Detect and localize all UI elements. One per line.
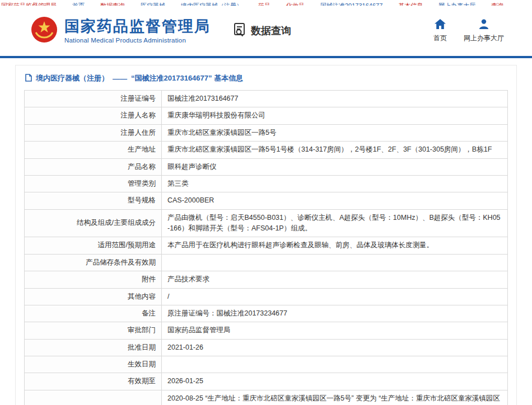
row-value: /: [162, 288, 508, 305]
nav-online-hall-label: 网上办事大厅: [464, 34, 504, 43]
top-strip-item: 境内医疗器械（注册）: [181, 1, 242, 6]
row-label: 注册人名称: [25, 107, 162, 124]
row-value: 重庆市北碚区童家溪镇园区一路5号1号楼（314-317房间），2号楼1F、2F、…: [162, 142, 508, 158]
change-record-paragraph: 2020-08-25 “生产地址：重庆市北碚区童家溪镇园区一路5号” 变更为 “…: [167, 393, 502, 405]
nav-home-link[interactable]: 首页: [433, 19, 447, 43]
page-title: “国械注准20173164677” 基本信息: [131, 73, 243, 83]
table-row: 产品名称眼科超声诊断仪: [25, 158, 508, 175]
row-value: CAS-2000BER: [162, 192, 508, 209]
table-row: 生产地址重庆市北碚区童家溪镇园区一路5号1号楼（314-317房间），2号楼1F…: [25, 142, 508, 158]
table-row: 型号规格CAS-2000BER: [25, 192, 508, 209]
header-nav: 首页 网上办事大厅: [433, 19, 504, 43]
row-value: 眼科超声诊断仪: [162, 158, 508, 175]
top-strip-item: 网上办事大厅: [438, 1, 475, 6]
nav-online-hall-link[interactable]: 网上办事大厅: [464, 19, 504, 43]
row-value: 产品技术要求: [162, 271, 508, 288]
row-label: 有效期至: [25, 373, 162, 390]
data-query-section-tab[interactable]: 数据查询: [233, 22, 291, 40]
top-strip-item: 医疗器械: [141, 1, 165, 6]
row-label: 变更情况: [25, 390, 162, 405]
row-label: 附件: [25, 271, 162, 288]
data-query-label: 数据查询: [251, 24, 291, 37]
row-label: 注册人住所: [25, 124, 162, 141]
table-row: 注册证编号国械注准20173164677: [25, 91, 508, 107]
site-header: 国家药品监督管理局 National Medical Products Admi…: [0, 6, 532, 56]
breadcrumb-dash: ——: [113, 74, 127, 83]
agency-title-block: 国家药品监督管理局 National Medical Products Admi…: [64, 18, 211, 44]
table-row: 变更情况2020-08-25 “生产地址：重庆市北碚区童家溪镇园区一路5号” 变…: [25, 390, 508, 405]
browser-top-strip: 国家药品监督管理局首页数据查询医疗器械境内医疗器械（注册）药品化妆品国械注准20…: [0, 0, 532, 6]
breadcrumb: 境内医疗器械（注册） —— “国械注准20173164677” 基本信息: [24, 71, 508, 90]
row-value: 重庆康华瑞明科技股份有限公司: [162, 107, 508, 124]
user-icon: [479, 19, 489, 34]
row-label: 其他内容: [25, 288, 162, 305]
table-row: 适用范围/预期用途本产品用于在医疗机构进行眼科超声诊断检查及眼轴、前房、晶体及玻…: [25, 237, 508, 254]
agency-name-cn: 国家药品监督管理局: [64, 18, 211, 35]
row-label: 适用范围/预期用途: [25, 237, 162, 254]
table-row: 附件产品技术要求: [25, 271, 508, 288]
table-row: 审批部门国家药品监督管理局: [25, 322, 508, 339]
content-panel: 境内医疗器械（注册） —— “国械注准20173164677” 基本信息 注册证…: [15, 65, 517, 405]
info-table-body: 注册证编号国械注准20173164677注册人名称重庆康华瑞明科技股份有限公司注…: [25, 91, 508, 405]
top-strip-item: 国械注准20173164677: [320, 1, 382, 6]
row-value: 第三类: [162, 175, 508, 192]
table-row: 管理类别第三类: [25, 175, 508, 192]
table-row: 其他内容/: [25, 288, 508, 305]
table-row: 生效日期: [25, 356, 508, 373]
row-label: 产品名称: [25, 158, 162, 175]
document-search-icon: [233, 22, 248, 40]
top-strip-item: 查询: [491, 1, 503, 6]
top-strip-item: 国家药品监督管理局: [1, 1, 57, 6]
nmpa-emblem-logo: [31, 16, 58, 45]
top-strip-item: 基本信息: [398, 1, 423, 6]
row-label: 产品储存条件及有效期: [25, 254, 162, 271]
row-label: 备注: [25, 305, 162, 322]
registration-info-table: 注册证编号国械注准20173164677注册人名称重庆康华瑞明科技股份有限公司注…: [24, 90, 508, 405]
breadcrumb-category[interactable]: 境内医疗器械（注册）: [36, 73, 109, 83]
row-value: 本产品用于在医疗机构进行眼科超声诊断检查及眼轴、前房、晶体及玻璃体长度测量。: [162, 237, 508, 254]
table-row: 注册人名称重庆康华瑞明科技股份有限公司: [25, 107, 508, 124]
header-divider-line: [0, 56, 532, 58]
nav-home-label: 首页: [433, 34, 447, 43]
row-label: 注册证编号: [25, 91, 162, 107]
top-strip-item: 首页: [72, 1, 85, 6]
row-label: 管理类别: [25, 175, 162, 192]
top-strip-item: 数据查询: [100, 1, 125, 6]
row-value: [162, 254, 508, 271]
table-row: 注册人住所重庆市北碚区童家溪镇园区一路5号: [25, 124, 508, 141]
row-value: 2020-08-25 “生产地址：重庆市北碚区童家溪镇园区一路5号” 变更为 “…: [162, 390, 508, 405]
row-label: 审批部门: [25, 322, 162, 339]
table-row: 产品储存条件及有效期: [25, 254, 508, 271]
top-strip-item: 化妆品: [286, 1, 305, 6]
row-value: 2026-01-25: [162, 373, 508, 390]
row-value: [162, 356, 508, 373]
row-value: 重庆市北碚区童家溪镇园区一路5号: [162, 124, 508, 141]
row-value: 原注册证编号：国械注准20173234677: [162, 305, 508, 322]
home-icon: [435, 19, 446, 34]
table-row: 结构及组成/主要组成成分产品由微机（型号：启天B4550-B031）、诊断仪主机…: [25, 209, 508, 237]
row-label: 结构及组成/主要组成成分: [25, 209, 162, 237]
top-strip-item: 药品: [258, 1, 270, 6]
row-label: 生效日期: [25, 356, 162, 373]
agency-name-en: National Medical Products Administration: [64, 37, 211, 44]
row-value: 产品由微机（型号：启天B4550-B031）、诊断仪主机、A超探头（型号：10M…: [162, 209, 508, 237]
table-row: 批准日期2021-01-26: [25, 339, 508, 356]
row-value: 国家药品监督管理局: [162, 322, 508, 339]
table-row: 有效期至2026-01-25: [25, 373, 508, 390]
row-value: 国械注准20173164677: [162, 91, 508, 107]
row-value: 2021-01-26: [162, 339, 508, 356]
page-document-icon: [25, 74, 32, 83]
row-label: 型号规格: [25, 192, 162, 209]
row-label: 批准日期: [25, 339, 162, 356]
row-label: 生产地址: [25, 142, 162, 158]
table-row: 备注原注册证编号：国械注准20173234677: [25, 305, 508, 322]
